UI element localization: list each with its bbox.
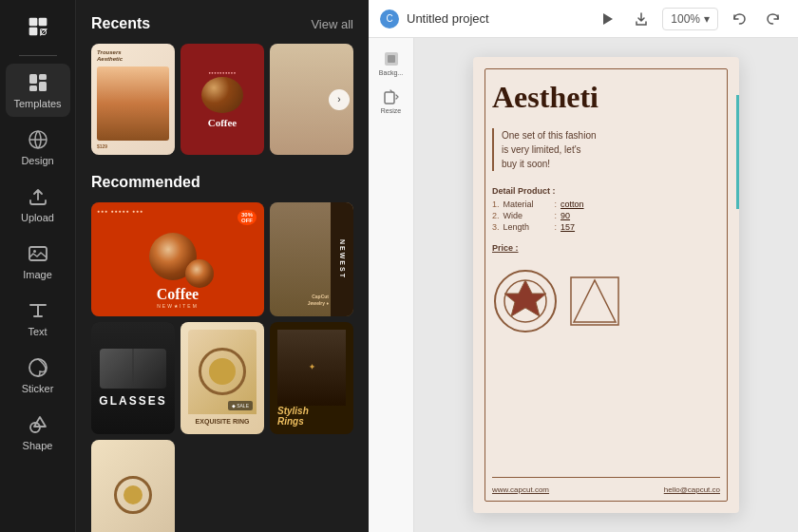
project-title[interactable]: Untitled project (407, 11, 586, 26)
recents-grid: TrousersAesthetic $129 ●●●●●●●●●● Coffee… (91, 44, 353, 155)
view-all-button[interactable]: View all (311, 17, 353, 31)
background-label: Backg... (379, 69, 403, 76)
resize-label: Resize (381, 107, 401, 114)
sidebar-item-design-label: Design (21, 155, 53, 166)
preview-panel: C Untitled project 100% ▾ (369, 0, 798, 532)
detail-num-2: 2. (492, 211, 500, 220)
design-icon (27, 128, 49, 151)
detail-num-3: 3. (492, 222, 500, 232)
detail-num-1: 1. (492, 200, 500, 209)
sidebar-item-shape-label: Shape (23, 440, 53, 451)
sidebar-item-sticker[interactable]: Sticker (6, 349, 70, 402)
play-icon (599, 11, 615, 27)
zoom-value: 100% (671, 12, 700, 26)
sidebar-item-upload-label: Upload (21, 212, 54, 223)
template-card-bracelets[interactable] (91, 440, 175, 532)
svg-rect-0 (28, 18, 37, 27)
template-card-coffee-recommended[interactable]: ●●● ●●●●● ●●● Coffee NEW★ITEM 30%OFF (91, 202, 264, 316)
footer-website: www.capcut.com (492, 485, 549, 494)
detail-colon-3: : (555, 222, 558, 232)
svg-marker-13 (603, 13, 613, 25)
circle-emblem-icon (492, 268, 559, 334)
template-card-jewelry[interactable]: NEWEST CapCutJewelry ♦ (270, 202, 353, 316)
svg-rect-6 (39, 82, 47, 91)
detail-row-wide: 2. Wide : 90 (492, 211, 720, 220)
canvas-area: Aestheti One set of this fashion is very… (414, 38, 798, 532)
download-button[interactable] (628, 6, 655, 32)
sidebar-item-image[interactable]: Image (6, 235, 70, 288)
detail-row-length: 3. Length : 157 (492, 222, 720, 232)
template-subtitle: One set of this fashion is very limited,… (492, 128, 720, 171)
sidebar-item-image-label: Image (23, 269, 52, 280)
svg-point-11 (29, 359, 47, 376)
svg-rect-2 (28, 28, 37, 36)
template-card-stylish[interactable]: ✦ Stylish Rings (270, 322, 353, 433)
template-footer: www.capcut.com hello@capcut.co (492, 477, 720, 494)
detail-key-length: Length (504, 222, 551, 232)
recents-title: Recents (91, 15, 150, 32)
preview-content: Backg... Resize Aestheti One set of this… (369, 38, 798, 532)
carousel-next-button[interactable]: › (329, 89, 350, 110)
sidebar-item-text[interactable]: Text (6, 292, 70, 345)
template-card-ring[interactable]: ◆ SALE EXQUISITE RING (180, 322, 264, 433)
background-icon (383, 50, 400, 67)
svg-rect-1 (38, 18, 47, 27)
redo-icon (766, 11, 781, 27)
download-icon (634, 11, 649, 27)
zoom-control[interactable]: 100% ▾ (662, 8, 718, 30)
recommended-header: Recommended (91, 174, 353, 191)
template-card-trousers[interactable]: TrousersAesthetic $129 (91, 44, 175, 155)
zoom-chevron-icon: ▾ (704, 12, 710, 26)
sidebar-item-shape[interactable]: Shape (6, 406, 70, 459)
footer-email: hello@capcut.co (664, 485, 720, 494)
sidebar-item-templates-label: Templates (13, 98, 61, 109)
resize-button[interactable]: Resize (374, 84, 408, 118)
geometric-section (492, 268, 720, 334)
shape-icon (27, 413, 49, 436)
app-logo (27, 15, 49, 42)
templates-icon (27, 71, 49, 94)
subtitle-line3: buy it soon! (502, 159, 550, 169)
background-button[interactable]: Backg... (374, 46, 408, 80)
svg-rect-9 (29, 247, 47, 260)
detail-val-material: cotton (560, 200, 584, 209)
recommended-section: Recommended ●●● ●●●●● ●●● Coffee NEW★ITE… (91, 174, 353, 532)
svg-rect-16 (385, 92, 394, 104)
newest-label: NEWEST (331, 202, 353, 316)
preview-topbar: C Untitled project 100% ▾ (369, 0, 798, 38)
detail-val-wide: 90 (560, 211, 570, 220)
preview-toolbar: Backg... Resize (369, 38, 414, 532)
detail-key-material: Material (504, 200, 551, 209)
subtitle-line2: is very limited, let's (502, 144, 581, 155)
teal-accent-bar (736, 95, 739, 209)
recents-header: Recents View all (91, 15, 353, 32)
svg-rect-5 (39, 74, 47, 80)
detail-key-wide: Wide (504, 211, 551, 220)
aesthetic-template-preview[interactable]: Aestheti One set of this fashion is very… (473, 57, 739, 513)
subtitle-line1: One set of this fashion (502, 130, 597, 141)
template-card-glasses[interactable]: GLASSES (91, 322, 175, 433)
sidebar-item-templates[interactable]: Templates (6, 64, 70, 117)
svg-rect-4 (29, 74, 37, 84)
triangle-shape-icon (566, 273, 623, 330)
image-icon (27, 242, 49, 265)
recommended-title: Recommended (91, 174, 200, 191)
undo-icon (732, 11, 747, 27)
sidebar-item-design[interactable]: Design (6, 121, 70, 174)
svg-rect-15 (388, 55, 395, 63)
template-card-coffee-recent[interactable]: ●●●●●●●●●● Coffee (180, 44, 264, 155)
template-title: Aestheti (492, 80, 720, 115)
play-button[interactable] (594, 6, 620, 32)
undo-button[interactable] (726, 6, 752, 32)
redo-button[interactable] (760, 6, 787, 32)
svg-rect-7 (29, 86, 37, 91)
templates-panel: Recents View all TrousersAesthetic $129 … (76, 0, 369, 532)
sidebar-divider (19, 55, 57, 56)
sidebar-item-upload[interactable]: Upload (6, 178, 70, 231)
topbar-controls: 100% ▾ (594, 6, 787, 32)
svg-point-10 (33, 250, 36, 253)
resize-icon (383, 88, 400, 105)
detail-val-length: 157 (560, 222, 575, 232)
template-card-fashion-recent[interactable]: › (270, 44, 353, 155)
upload-icon (27, 185, 49, 208)
